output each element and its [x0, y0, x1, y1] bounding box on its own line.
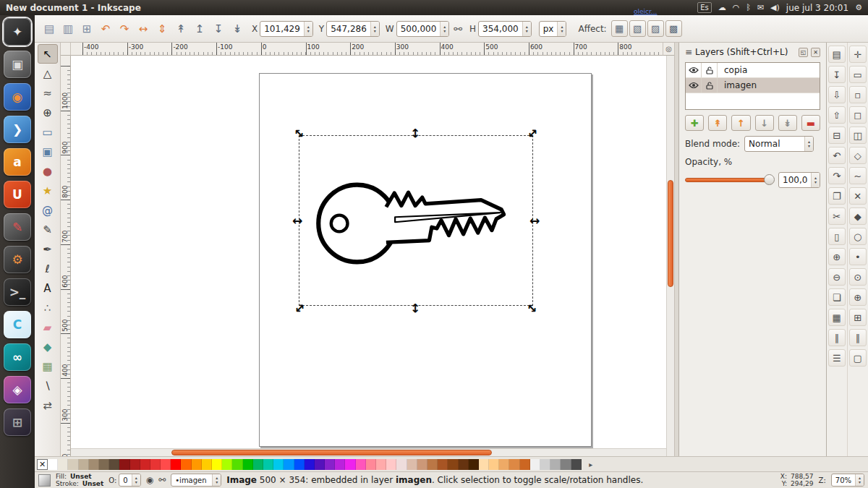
color-swatch[interactable] [212, 459, 222, 470]
paint-bucket-tool[interactable]: ◆ [38, 337, 58, 356]
preferences-icon[interactable]: ☰ [828, 349, 846, 367]
opacity-status-spinner[interactable]: ▴▾ [132, 474, 140, 486]
snap-bbox-corner-icon[interactable]: ◻ [849, 106, 867, 124]
drawing-canvas[interactable]: ↔ ↔ ↔ ↔ ↔ ↔ ↔ ↔ [71, 56, 674, 456]
layer-row[interactable]: copia [686, 63, 820, 78]
rotate-cw-icon[interactable]: ↷ [116, 20, 133, 38]
y-input[interactable]: 547,286▴▾ [326, 21, 380, 37]
zoom-in-icon[interactable]: ⊕ [828, 248, 846, 265]
blend-mode-select[interactable]: Normal▴▾ [744, 136, 814, 152]
vertical-scrollbar-thumb[interactable] [668, 180, 673, 287]
current-layer-select[interactable]: •imagen▴▾ [171, 474, 221, 487]
color-swatch[interactable] [79, 459, 89, 470]
horizontal-scrollbar[interactable] [71, 448, 674, 456]
opacity-spinner[interactable]: ▴▾ [811, 173, 820, 187]
color-swatch[interactable] [366, 459, 376, 470]
dropper-tool[interactable]: ∖ [38, 376, 58, 395]
horizontal-scrollbar-thumb[interactable] [171, 450, 492, 455]
save-icon[interactable]: ↧ [828, 66, 846, 83]
color-swatch[interactable] [561, 459, 571, 470]
color-swatch[interactable] [284, 459, 294, 470]
connector-tool[interactable]: ⇄ [38, 395, 58, 415]
layer-lock-icon[interactable] [702, 63, 718, 77]
opacity-input[interactable]: 100,0▴▾ [778, 172, 820, 188]
color-swatch[interactable] [459, 459, 469, 470]
color-swatch[interactable] [345, 459, 355, 470]
scale-handle-s[interactable]: ↔ [409, 301, 422, 314]
color-swatch[interactable] [499, 459, 509, 470]
clock[interactable]: jue jul 3 20:01 [786, 3, 848, 13]
panel-popout-button[interactable]: ◱ [799, 48, 808, 57]
snap-bbox-midpoint-icon[interactable]: ◫ [849, 127, 867, 144]
layer-visibility-icon[interactable] [686, 78, 702, 93]
snap-grid-icon[interactable]: ⊞ [849, 309, 867, 326]
color-swatch[interactable] [150, 459, 161, 470]
layer-visibility-icon[interactable] [686, 63, 702, 77]
width-spinner[interactable]: ▴▾ [440, 22, 448, 36]
zoom-spinner[interactable]: ▴▾ [855, 474, 864, 486]
launcher-chromium[interactable]: C [4, 311, 31, 338]
import-icon[interactable]: ⇩ [828, 86, 846, 103]
color-swatch[interactable] [232, 459, 242, 470]
color-swatch[interactable] [58, 459, 68, 470]
zoom-tool[interactable]: ⊕ [38, 103, 58, 122]
session-menu-icon[interactable]: ⚙ [855, 3, 862, 12]
color-swatch[interactable] [448, 459, 458, 470]
opacity-slider[interactable] [685, 178, 773, 182]
color-swatch[interactable] [396, 459, 407, 470]
color-swatch[interactable] [489, 459, 499, 470]
color-swatch[interactable] [222, 459, 232, 470]
color-swatch[interactable] [305, 459, 315, 470]
copy-icon[interactable]: ❐ [828, 187, 846, 205]
color-swatch[interactable] [294, 459, 305, 470]
color-swatch[interactable] [99, 459, 109, 470]
pencil-tool[interactable]: ✎ [38, 220, 58, 239]
spiral-tool[interactable]: @ [38, 200, 58, 220]
launcher-system-settings[interactable]: ⚙ [4, 246, 31, 273]
launcher-ubuntu-one[interactable]: U [4, 181, 31, 208]
snap-object-center-icon[interactable]: ⊙ [849, 268, 867, 286]
style-indicator[interactable] [38, 474, 51, 487]
color-swatch[interactable] [469, 459, 479, 470]
color-swatch[interactable] [263, 459, 273, 470]
horizontal-ruler[interactable]: -400-300-200-100010020030040050060070080… [71, 43, 663, 56]
snap-smooth-node-icon[interactable]: ○ [849, 228, 867, 245]
tweak-tool[interactable]: ≈ [38, 83, 58, 103]
affect-corners-icon[interactable]: ▨ [647, 20, 664, 37]
redo-icon[interactable]: ↷ [828, 167, 846, 184]
zoom-input[interactable]: 70%▴▾ [831, 474, 864, 487]
units-spinner[interactable]: ▴▾ [557, 22, 566, 36]
height-input[interactable]: 354,000▴▾ [478, 21, 532, 37]
box3d-tool[interactable]: ▣ [38, 142, 58, 161]
color-swatch[interactable] [243, 459, 253, 470]
calligraphy-tool[interactable]: ℓ [38, 259, 58, 278]
export-icon[interactable]: ⇧ [828, 106, 846, 124]
flip-vertical-icon[interactable]: ⇕ [153, 20, 171, 38]
color-swatch[interactable] [479, 459, 489, 470]
color-swatch[interactable] [192, 459, 202, 470]
color-swatch[interactable] [325, 459, 335, 470]
snap-enable-icon[interactable]: ✛ [849, 46, 867, 63]
color-swatch[interactable] [109, 459, 119, 470]
lock-ratio-icon[interactable]: ⚯ [454, 23, 462, 35]
new-layer-button[interactable]: ✚ [685, 115, 704, 131]
layer-lock-icon[interactable] [702, 78, 718, 93]
group-icon[interactable]: ▥ [59, 20, 77, 38]
color-swatch[interactable] [509, 459, 519, 470]
keyboard-layout-indicator[interactable]: Es [697, 2, 712, 13]
color-swatch[interactable] [119, 459, 129, 470]
open-icon[interactable]: ▤ [828, 46, 846, 63]
units-select[interactable]: px▴▾ [539, 21, 567, 37]
blend-mode-spinner[interactable]: ▴▾ [804, 137, 813, 151]
eraser-tool[interactable]: ▰ [38, 317, 58, 337]
ellipse-tool[interactable]: ● [38, 161, 58, 181]
launcher-image-editor[interactable]: ✎ [4, 213, 31, 241]
rotate-ccw-icon[interactable]: ↶ [97, 20, 114, 38]
color-swatch[interactable] [161, 459, 171, 470]
color-swatch[interactable] [427, 459, 438, 470]
color-swatch[interactable] [407, 459, 417, 470]
print-icon[interactable]: ⊟ [828, 127, 846, 144]
launcher-firefox[interactable]: ◉ [4, 83, 31, 111]
snap-bbox-edge-icon[interactable]: ▫ [849, 86, 867, 103]
color-swatch[interactable] [68, 459, 78, 470]
